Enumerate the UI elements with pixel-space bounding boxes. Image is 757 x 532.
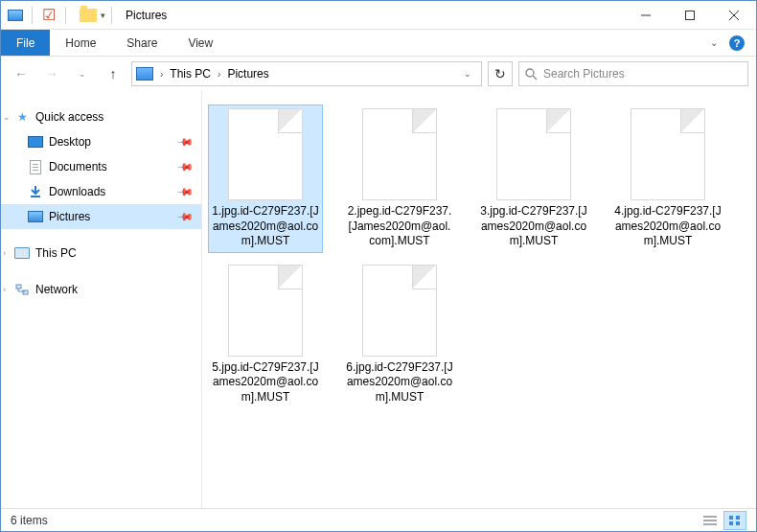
app-icon bbox=[7, 7, 24, 24]
sidebar-item-pictures[interactable]: Pictures 📌 bbox=[1, 204, 201, 229]
properties-icon[interactable]: ☑ bbox=[40, 7, 57, 24]
quick-access-toolbar: ☑ ▾ Pictures bbox=[1, 7, 167, 24]
sidebar-item-label: Pictures bbox=[49, 210, 90, 223]
pictures-icon bbox=[28, 209, 43, 224]
tab-view[interactable]: View bbox=[172, 30, 228, 56]
chevron-right-icon[interactable]: › bbox=[3, 248, 6, 258]
file-item[interactable]: 5.jpg.id-C279F237.[James2020m@aol.com].M… bbox=[208, 261, 323, 409]
separator bbox=[111, 7, 112, 24]
star-icon: ★ bbox=[14, 109, 30, 125]
file-icon bbox=[631, 108, 705, 200]
item-count: 6 items bbox=[11, 514, 48, 527]
breadcrumb[interactable]: Pictures bbox=[227, 67, 268, 81]
svg-rect-1 bbox=[686, 11, 695, 19]
svg-rect-7 bbox=[16, 285, 21, 289]
file-name: 5.jpg.id-C279F237.[James2020m@aol.com].M… bbox=[212, 360, 319, 405]
file-icon bbox=[362, 108, 437, 200]
up-button[interactable]: ↑ bbox=[101, 61, 126, 86]
thumbnails-view-button[interactable] bbox=[723, 511, 746, 530]
file-item[interactable]: 4.jpg.id-C279F237.[James2020m@aol.com].M… bbox=[610, 104, 725, 253]
file-name: 2.jpeg.id-C279F237.[James2020m@aol.com].… bbox=[346, 204, 453, 249]
pin-icon: 📌 bbox=[175, 157, 194, 175]
file-icon bbox=[228, 108, 303, 200]
file-name: 1.jpg.id-C279F237.[James2020m@aol.com].M… bbox=[212, 204, 319, 249]
svg-point-4 bbox=[526, 69, 534, 77]
file-name: 4.jpg.id-C279F237.[James2020m@aol.com].M… bbox=[614, 204, 722, 249]
separator bbox=[65, 7, 66, 24]
close-button[interactable] bbox=[712, 1, 756, 30]
file-name: 3.jpg.id-C279F237.[James2020m@aol.com].M… bbox=[480, 204, 587, 249]
sidebar-item-desktop[interactable]: Desktop 📌 bbox=[1, 129, 201, 154]
file-icon bbox=[228, 265, 303, 357]
network-group: › Network bbox=[1, 277, 201, 302]
tab-home[interactable]: Home bbox=[50, 30, 111, 56]
maximize-button[interactable] bbox=[668, 1, 712, 30]
ribbon-expand-icon[interactable]: ⌄ bbox=[710, 37, 718, 48]
sidebar-item-quick-access[interactable]: ⌄ ★ Quick access bbox=[1, 104, 201, 129]
qat-customize-icon[interactable]: ▾ bbox=[101, 11, 105, 20]
sidebar-item-label: This PC bbox=[35, 246, 77, 260]
file-item[interactable]: 1.jpg.id-C279F237.[James2020m@aol.com].M… bbox=[208, 104, 323, 253]
svg-rect-13 bbox=[736, 516, 740, 520]
document-icon bbox=[28, 159, 43, 174]
breadcrumb[interactable]: This PC bbox=[170, 67, 211, 81]
pc-icon bbox=[14, 245, 30, 261]
address-dropdown-icon[interactable]: ⌄ bbox=[458, 69, 477, 79]
details-view-button[interactable] bbox=[699, 511, 722, 530]
sidebar-item-label: Downloads bbox=[49, 185, 105, 198]
file-name: 6.jpg.id-C279F237.[James2020m@aol.com].M… bbox=[346, 360, 453, 405]
file-item[interactable]: 6.jpg.id-C279F237.[James2020m@aol.com].M… bbox=[342, 261, 457, 409]
statusbar: 6 items bbox=[1, 508, 756, 531]
body: ⌄ ★ Quick access Desktop 📌 Documents 📌 D… bbox=[1, 91, 756, 508]
refresh-button[interactable]: ↻ bbox=[488, 61, 513, 86]
chevron-right-icon[interactable]: › bbox=[218, 69, 220, 80]
recent-locations-button[interactable]: ⌄ bbox=[70, 61, 95, 86]
navigation-pane: ⌄ ★ Quick access Desktop 📌 Documents 📌 D… bbox=[1, 91, 202, 508]
sidebar-item-label: Desktop bbox=[49, 135, 91, 149]
file-item[interactable]: 2.jpeg.id-C279F237.[James2020m@aol.com].… bbox=[342, 104, 457, 253]
desktop-icon bbox=[28, 134, 43, 150]
location-icon bbox=[136, 67, 153, 81]
search-icon bbox=[525, 68, 538, 81]
address-row: ← → ⌄ ↑ › This PC › Pictures ⌄ ↻ Search … bbox=[1, 57, 756, 91]
help-icon[interactable]: ? bbox=[729, 35, 745, 51]
folder-icon bbox=[80, 9, 97, 22]
window-controls bbox=[624, 1, 756, 30]
network-icon bbox=[14, 282, 30, 297]
chevron-down-icon[interactable]: ⌄ bbox=[3, 112, 11, 122]
svg-rect-15 bbox=[736, 521, 740, 525]
sidebar-item-this-pc[interactable]: › This PC bbox=[1, 241, 201, 266]
search-placeholder: Search Pictures bbox=[543, 67, 625, 81]
sidebar-item-label: Network bbox=[35, 283, 78, 296]
titlebar: ☑ ▾ Pictures bbox=[1, 1, 756, 30]
chevron-right-icon[interactable]: › bbox=[160, 69, 163, 80]
file-item[interactable]: 3.jpg.id-C279F237.[James2020m@aol.com].M… bbox=[476, 104, 591, 253]
pin-icon: 📌 bbox=[175, 182, 194, 200]
file-icon bbox=[496, 108, 571, 200]
address-bar[interactable]: › This PC › Pictures ⌄ bbox=[131, 61, 482, 86]
svg-rect-14 bbox=[729, 521, 733, 525]
sidebar-item-documents[interactable]: Documents 📌 bbox=[1, 154, 201, 179]
sidebar-item-label: Quick access bbox=[35, 110, 103, 124]
file-icon bbox=[362, 265, 437, 357]
sidebar-item-label: Documents bbox=[49, 160, 107, 173]
separator bbox=[32, 7, 33, 24]
forward-button[interactable]: → bbox=[39, 61, 64, 86]
back-button[interactable]: ← bbox=[9, 61, 34, 86]
file-tab[interactable]: File bbox=[1, 30, 50, 56]
tab-share[interactable]: Share bbox=[111, 30, 172, 56]
svg-rect-12 bbox=[729, 516, 733, 520]
svg-line-5 bbox=[533, 76, 537, 80]
this-pc-group: › This PC bbox=[1, 241, 201, 266]
sidebar-item-network[interactable]: › Network bbox=[1, 277, 201, 302]
window-title: Pictures bbox=[126, 9, 167, 22]
ribbon: File Home Share View ⌄ ? bbox=[1, 30, 756, 57]
sidebar-item-downloads[interactable]: Downloads 📌 bbox=[1, 179, 201, 204]
search-input[interactable]: Search Pictures bbox=[518, 61, 748, 86]
chevron-right-icon[interactable]: › bbox=[3, 285, 6, 294]
file-grid: 1.jpg.id-C279F237.[James2020m@aol.com].M… bbox=[208, 104, 750, 409]
pin-icon: 📌 bbox=[175, 132, 194, 150]
minimize-button[interactable] bbox=[624, 1, 668, 30]
downloads-icon bbox=[28, 184, 43, 199]
file-pane[interactable]: 1.jpg.id-C279F237.[James2020m@aol.com].M… bbox=[202, 91, 756, 508]
